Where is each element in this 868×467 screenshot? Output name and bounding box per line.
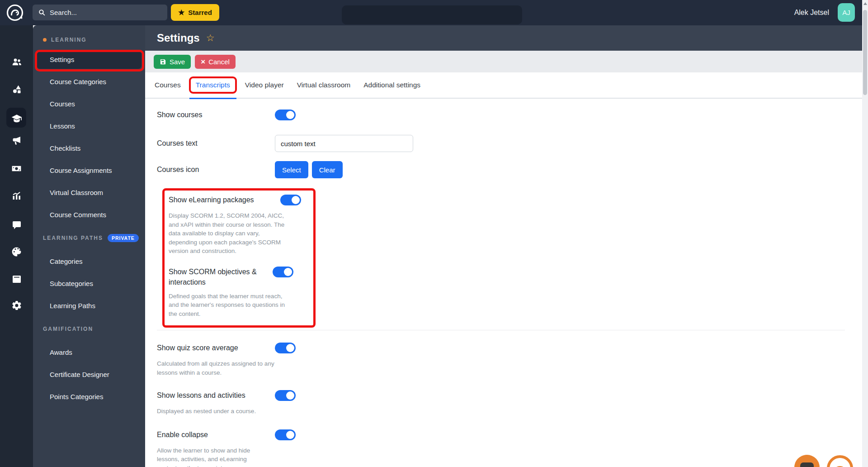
page-title: Settings xyxy=(157,32,200,44)
gear-icon[interactable] xyxy=(0,300,33,311)
setting-label: Courses icon xyxy=(157,166,275,174)
sidebar-section-gamification: GAMIFICATION xyxy=(33,323,145,336)
show-quiz-score-toggle[interactable] xyxy=(275,343,296,353)
shapes-icon[interactable] xyxy=(0,84,33,95)
show-lessons-toggle[interactable] xyxy=(275,390,296,401)
annotation-transcripts-box: Transcripts xyxy=(189,76,237,94)
card-icon[interactable] xyxy=(0,274,33,285)
setting-label: Courses text xyxy=(157,139,275,148)
palette-icon[interactable] xyxy=(0,246,33,257)
setting-courses-icon: Courses icon Select Clear xyxy=(157,161,850,178)
tab-bar: Courses Transcripts Video player Virtual… xyxy=(145,72,862,99)
sidebar-item-subcategories[interactable]: Subcategories xyxy=(33,272,145,295)
settings-panel: Show courses Courses text Courses icon S… xyxy=(145,99,862,467)
sidebar-item-learning-paths[interactable]: Learning Paths xyxy=(33,295,145,317)
setting-label: Show lessons and activities xyxy=(157,391,275,400)
enable-collapse-toggle[interactable] xyxy=(275,429,296,440)
sidebar-item-course-categories[interactable]: Course Categories xyxy=(33,71,145,93)
courses-text-input[interactable] xyxy=(275,135,413,152)
setting-description: Defined goals that the learner must reac… xyxy=(169,292,287,319)
setting-label: Show SCORM objectives & interactions xyxy=(169,267,273,287)
money-icon[interactable] xyxy=(0,163,33,174)
search-icon xyxy=(38,9,46,16)
annotation-elearning-box: Show eLearning packages Display SCORM 1.… xyxy=(162,188,316,328)
section-divider xyxy=(157,330,845,330)
comments-icon[interactable] xyxy=(0,220,33,231)
select-icon-button[interactable]: Select xyxy=(275,161,308,178)
sidebar-item-categories[interactable]: Categories xyxy=(33,250,145,272)
sidebar-item-checklists[interactable]: Checklists xyxy=(33,137,145,159)
save-icon xyxy=(160,58,166,65)
learning-dot-icon xyxy=(43,38,47,42)
search-placeholder: Search... xyxy=(50,9,77,16)
icon-rail xyxy=(0,25,33,467)
scrollbar-up-arrow[interactable] xyxy=(863,2,867,5)
tovuti-logo-icon[interactable] xyxy=(5,3,24,22)
topbar-center-panel xyxy=(342,5,522,24)
tab-additional-settings[interactable]: Additional settings xyxy=(363,72,421,98)
setting-enable-collapse: Enable collapse xyxy=(157,429,850,440)
sidebar-item-course-comments[interactable]: Course Comments xyxy=(33,204,145,226)
setting-show-quiz-score: Show quiz score average xyxy=(157,343,850,353)
megaphone-icon[interactable] xyxy=(0,135,33,146)
setting-description: Displayed as nested under a course. xyxy=(157,407,283,416)
private-badge: PRIVATE xyxy=(108,234,139,242)
close-icon: × xyxy=(201,58,205,66)
setting-courses-text: Courses text xyxy=(157,135,850,152)
tab-video-player[interactable]: Video player xyxy=(244,72,285,98)
sidebar-item-course-assignments[interactable]: Course Assignments xyxy=(33,159,145,181)
users-icon[interactable] xyxy=(0,57,33,67)
analytics-icon[interactable] xyxy=(0,190,33,201)
setting-label: Enable collapse xyxy=(157,431,275,439)
sidebar-section-learning-paths: LEARNING PATHS PRIVATE xyxy=(33,232,145,245)
toolbar: Save × Cancel xyxy=(145,51,862,72)
cancel-button[interactable]: × Cancel xyxy=(195,55,236,69)
setting-label: Show eLearning packages xyxy=(169,196,280,204)
sidebar-section-learning: LEARNING xyxy=(33,33,145,46)
page-scrollbar[interactable] xyxy=(862,0,868,467)
clear-icon-button[interactable]: Clear xyxy=(312,161,343,178)
starred-button[interactable]: ★ Starred xyxy=(171,4,219,21)
star-outline-icon[interactable]: ☆ xyxy=(206,33,215,43)
setting-show-lessons-activities: Show lessons and activities xyxy=(157,390,850,401)
sidebar: LEARNING Settings Course Categories Cour… xyxy=(33,25,145,467)
tab-courses[interactable]: Courses xyxy=(154,72,182,98)
user-name[interactable]: Alek Jetsel xyxy=(794,0,829,25)
tab-transcripts[interactable]: Transcripts xyxy=(193,72,233,98)
setting-show-courses: Show courses xyxy=(157,110,850,120)
show-scorm-objectives-toggle[interactable] xyxy=(273,267,293,277)
star-filled-icon: ★ xyxy=(178,8,184,17)
search-input[interactable]: Search... xyxy=(33,5,167,20)
top-bar: Search... ★ Starred Alek Jetsel AJ xyxy=(0,0,868,25)
sidebar-item-awards[interactable]: Awards xyxy=(33,341,145,363)
sidebar-item-virtual-classroom[interactable]: Virtual Classroom xyxy=(33,181,145,204)
setting-description: Calculated from all quizzes assigned to … xyxy=(157,359,283,377)
page-header: Settings ☆ xyxy=(145,25,862,51)
setting-description: Display SCORM 1.2, SCORM 2004, AICC, and… xyxy=(169,211,287,256)
sidebar-item-points-categories[interactable]: Points Categories xyxy=(33,386,145,408)
setting-show-scorm-objectives: Show SCORM objectives & interactions xyxy=(169,267,307,287)
sidebar-item-settings[interactable]: Settings xyxy=(37,50,142,69)
sidebar-item-certificate-designer[interactable]: Certificate Designer xyxy=(33,363,145,386)
setting-show-elearning-packages: Show eLearning packages xyxy=(169,195,307,205)
show-elearning-toggle[interactable] xyxy=(280,195,301,205)
setting-description: Allow the learner to show and hide lesso… xyxy=(157,446,268,467)
avatar[interactable]: AJ xyxy=(838,3,855,22)
chat-bubble-icon xyxy=(800,462,814,467)
setting-label: Show courses xyxy=(157,111,275,119)
setting-label: Show quiz score average xyxy=(157,344,275,352)
elephant-icon xyxy=(830,458,850,467)
scrollbar-thumb[interactable] xyxy=(863,10,867,95)
show-courses-toggle[interactable] xyxy=(275,110,296,120)
tab-virtual-classroom[interactable]: Virtual classroom xyxy=(296,72,352,98)
sidebar-item-lessons[interactable]: Lessons xyxy=(33,115,145,137)
sidebar-item-courses[interactable]: Courses xyxy=(33,93,145,115)
graduation-cap-icon[interactable] xyxy=(0,113,33,124)
save-button[interactable]: Save xyxy=(154,55,191,69)
main-area: Settings ☆ Save × Cancel Courses Transcr… xyxy=(145,25,862,467)
